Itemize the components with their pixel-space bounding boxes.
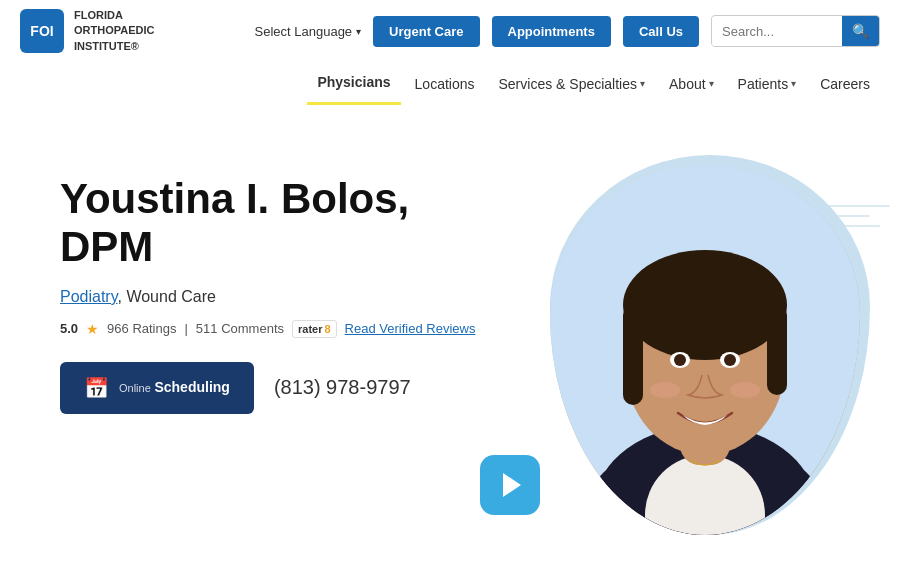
nav-physicians[interactable]: Physicians (307, 62, 400, 105)
header-top-right: Select Language ▾ Urgent Care Appointmen… (255, 15, 880, 47)
urgent-care-button[interactable]: Urgent Care (373, 16, 479, 47)
patients-chevron-icon: ▾ (791, 78, 796, 89)
doctor-name: Youstina I. Bolos, DPM (60, 175, 500, 272)
separator: | (184, 321, 187, 336)
svg-rect-8 (767, 305, 787, 395)
play-icon (503, 473, 521, 497)
main-content: Youstina I. Bolos, DPM Podiatry, Wound C… (0, 105, 900, 574)
comments-count: 511 Comments (196, 321, 284, 336)
header: FOI FLORIDA ORTHOPAEDIC INSTITUTE® Selec… (0, 0, 900, 105)
nav-locations[interactable]: Locations (405, 64, 485, 104)
svg-point-6 (623, 250, 787, 360)
nav-services[interactable]: Services & Specialties ▾ (489, 64, 656, 104)
search-input[interactable] (712, 17, 842, 46)
header-top: FOI FLORIDA ORTHOPAEDIC INSTITUTE® Selec… (0, 0, 900, 62)
logo-icon: FOI (20, 9, 64, 53)
rating-score: 5.0 (60, 321, 78, 336)
specialty-podiatry-link[interactable]: Podiatry (60, 288, 118, 305)
actions-row: 📅 Online Scheduling (813) 978-9797 (60, 362, 500, 414)
services-chevron-icon: ▾ (640, 78, 645, 89)
search-button[interactable]: 🔍 (842, 16, 879, 46)
svg-point-14 (730, 382, 760, 398)
svg-rect-7 (623, 305, 643, 405)
logo-text: FLORIDA ORTHOPAEDIC INSTITUTE® (74, 8, 154, 54)
svg-point-10 (674, 354, 686, 366)
about-chevron-icon: ▾ (709, 78, 714, 89)
verified-reviews-link[interactable]: Read Verified Reviews (345, 321, 476, 336)
phone-number: (813) 978-9797 (274, 376, 411, 399)
scheduling-line2: Scheduling (154, 379, 229, 395)
logo-area: FOI FLORIDA ORTHOPAEDIC INSTITUTE® (20, 8, 154, 54)
play-button[interactable] (480, 455, 540, 515)
nav-about[interactable]: About ▾ (659, 64, 724, 104)
scheduling-line1: Online (119, 382, 151, 394)
appointments-button[interactable]: Appointments (492, 16, 611, 47)
calendar-icon: 📅 (84, 376, 109, 400)
doctor-specialties: Podiatry, Wound Care (60, 288, 500, 306)
svg-point-12 (724, 354, 736, 366)
chevron-down-icon: ▾ (356, 26, 361, 37)
call-us-button[interactable]: Call Us (623, 16, 699, 47)
language-selector[interactable]: Select Language ▾ (255, 24, 362, 39)
search-area: 🔍 (711, 15, 880, 47)
ratings-row: 5.0 ★ 966 Ratings | 511 Comments rater8 … (60, 320, 500, 338)
doctor-image-area (500, 145, 880, 574)
svg-point-13 (650, 382, 680, 398)
ratings-count: 966 Ratings (107, 321, 176, 336)
nav-careers[interactable]: Careers (810, 64, 880, 104)
online-scheduling-button[interactable]: 📅 Online Scheduling (60, 362, 254, 414)
nav-patients[interactable]: Patients ▾ (728, 64, 807, 104)
main-nav: Physicians Locations Services & Specialt… (0, 62, 900, 105)
star-icon: ★ (86, 321, 99, 337)
doctor-info: Youstina I. Bolos, DPM Podiatry, Wound C… (60, 145, 500, 414)
rater-badge: rater8 (292, 320, 337, 338)
